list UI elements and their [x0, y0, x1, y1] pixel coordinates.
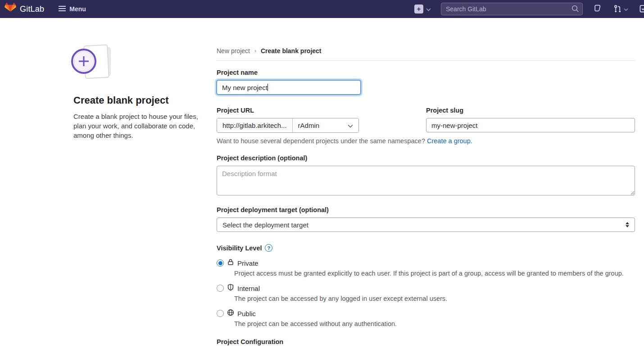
project-url-label: Project URL [217, 107, 426, 114]
intro-panel: Create blank project Create a blank proj… [70, 41, 205, 140]
public-description: The project can be accessed without any … [234, 319, 635, 328]
page-description: Create a blank project to house your fil… [73, 112, 203, 140]
main-content: Create blank project Create a blank proj… [0, 18, 644, 349]
project-name-input[interactable] [217, 80, 361, 95]
gitlab-home-link[interactable]: GitLab [5, 3, 44, 16]
internal-label[interactable]: Internal [237, 285, 260, 292]
internal-description: The project can be accessed by any logge… [234, 294, 635, 303]
search-box [441, 3, 583, 15]
private-description: Project access must be granted explicitl… [234, 269, 635, 278]
deployment-target-label: Project deployment target (optional) [217, 206, 635, 213]
page-title: Create blank project [73, 95, 205, 106]
project-description-label: Project description (optional) [217, 154, 635, 162]
visibility-option-internal: Internal The project can be accessed by … [217, 284, 635, 303]
private-label[interactable]: Private [237, 259, 259, 267]
project-description-textarea[interactable] [217, 166, 635, 195]
search-input[interactable] [441, 3, 583, 15]
deployment-target-select[interactable]: Select the deployment target [217, 218, 635, 232]
menu-label: Menu [69, 5, 86, 13]
public-label[interactable]: Public [237, 310, 256, 317]
chevron-down-icon [426, 6, 431, 13]
project-url-prefix: http://gitlab.arkitech... [217, 118, 293, 132]
visibility-level-label: Visibility Level [217, 245, 262, 252]
breadcrumb-new-project[interactable]: New project [217, 47, 250, 54]
breadcrumb: New project › Create blank project [217, 47, 635, 54]
search-icon [571, 5, 579, 14]
hamburger-icon [59, 5, 66, 13]
gitlab-tanuki-icon [5, 3, 16, 16]
namespace-dropdown[interactable]: rAdmin [293, 118, 358, 132]
visibility-option-private: Private Project access must be granted e… [217, 258, 635, 278]
top-navbar: GitLab Menu + [0, 0, 644, 18]
breadcrumb-separator: › [254, 48, 256, 54]
blank-project-illustration [70, 75, 113, 82]
text-caret [268, 84, 268, 91]
namespace-value: rAdmin [298, 122, 320, 129]
todo-check-icon [639, 4, 644, 14]
todos-button[interactable] [639, 4, 644, 14]
menu-button[interactable]: Menu [59, 5, 86, 13]
namespace-hint: Want to house several dependent projects… [217, 137, 635, 145]
deployment-target-value: Select the deployment target [222, 221, 308, 229]
chevron-down-icon [348, 122, 353, 129]
shield-icon [227, 284, 234, 293]
issues-icon [594, 4, 602, 14]
gitlab-wordmark: GitLab [20, 5, 44, 14]
breadcrumb-current: Create blank project [261, 47, 322, 54]
visibility-option-public: Public The project can be accessed witho… [217, 309, 635, 328]
internal-radio[interactable] [217, 285, 224, 292]
create-group-link[interactable]: Create a group. [427, 137, 472, 145]
project-slug-input[interactable] [426, 118, 635, 132]
create-project-form: New project › Create blank project Proje… [217, 47, 635, 349]
breadcrumb-divider [217, 60, 635, 61]
issues-button[interactable] [594, 4, 602, 14]
merge-requests-dropdown-button[interactable] [613, 4, 628, 14]
project-slug-label: Project slug [426, 107, 635, 114]
globe-icon [227, 309, 234, 318]
project-name-field [217, 80, 361, 95]
lock-icon [227, 258, 234, 267]
public-radio[interactable] [217, 310, 224, 317]
plus-icon: + [414, 5, 423, 14]
namespace-hint-text: Want to house several dependent projects… [217, 137, 425, 145]
help-question-icon[interactable]: ? [265, 244, 272, 252]
merge-request-icon [613, 4, 622, 14]
new-item-dropdown-button[interactable]: + [414, 5, 431, 14]
project-name-label: Project name [217, 69, 635, 76]
project-configuration-label: Project Configuration [217, 338, 635, 345]
project-url-group: http://gitlab.arkitech... rAdmin [217, 118, 359, 133]
chevron-down-icon [624, 6, 628, 13]
select-caret-icon [626, 222, 629, 227]
private-radio[interactable] [217, 259, 224, 267]
